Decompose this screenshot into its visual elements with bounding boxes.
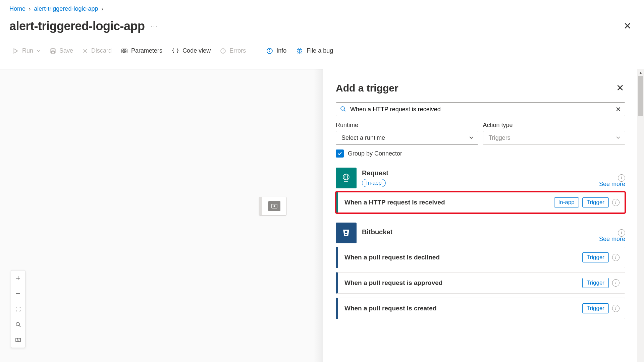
svg-line-20 — [297, 53, 298, 53]
search-icon — [340, 106, 346, 112]
run-button[interactable]: Run — [8, 45, 45, 57]
runtime-select[interactable]: Select a runtime — [336, 131, 478, 145]
trigger-item-http-request[interactable]: When a HTTP request is received In-app T… — [336, 192, 625, 213]
errors-button[interactable]: Errors — [215, 45, 251, 57]
info-icon — [266, 48, 273, 54]
chevron-right-icon: › — [29, 6, 31, 12]
minimap-button[interactable] — [11, 332, 25, 348]
connector-group-bitbucket: Bitbucket i See more When a pull request… — [336, 223, 625, 319]
badge-inapp: In-app — [554, 197, 579, 207]
connector-title: Request — [362, 169, 612, 177]
svg-line-18 — [297, 49, 298, 50]
see-more-link[interactable]: See more — [599, 236, 625, 243]
breadcrumb: Home › alert-triggered-logic-app › — [0, 0, 644, 14]
search-input[interactable] — [336, 102, 625, 116]
badge-trigger: Trigger — [582, 278, 609, 288]
canvas-placeholder-card[interactable] — [259, 197, 286, 216]
svg-rect-2 — [52, 49, 54, 50]
at-icon — [121, 48, 128, 54]
checkbox-checked-icon — [336, 149, 344, 158]
svg-line-30 — [17, 338, 17, 342]
svg-point-32 — [341, 107, 344, 110]
svg-point-13 — [269, 49, 270, 50]
search-input-wrapper: ✕ — [336, 102, 625, 116]
braces-icon — [172, 48, 179, 54]
page-title: alert-triggered-logic-app — [9, 19, 145, 33]
group-by-connector-checkbox[interactable]: Group by Connector — [336, 149, 625, 158]
actiontype-select[interactable]: Triggers — [483, 131, 626, 145]
code-view-button[interactable]: Code view — [167, 45, 215, 57]
error-icon — [220, 48, 226, 54]
svg-point-27 — [16, 322, 19, 326]
badge-trigger: Trigger — [582, 303, 609, 313]
svg-marker-0 — [14, 49, 17, 53]
scroll-up-arrow[interactable]: ▲ — [637, 69, 644, 76]
breadcrumb-home[interactable]: Home — [9, 5, 25, 12]
file-bug-button[interactable]: File a bug — [291, 45, 338, 57]
badge-trigger: Trigger — [582, 197, 609, 207]
actiontype-label: Action type — [483, 122, 626, 129]
info-icon[interactable]: i — [612, 199, 620, 206]
svg-rect-3 — [52, 51, 55, 53]
parameters-button[interactable]: Parameters — [116, 45, 167, 57]
trigger-item-pr-declined[interactable]: When a pull request is declined Trigger … — [336, 247, 625, 268]
trigger-item-pr-created[interactable]: When a pull request is created Trigger i — [336, 298, 625, 319]
discard-button[interactable]: Discard — [78, 45, 116, 57]
runtime-label: Runtime — [336, 122, 478, 129]
breadcrumb-item[interactable]: alert-triggered-logic-app — [34, 5, 98, 12]
info-icon[interactable]: i — [612, 254, 620, 261]
svg-line-19 — [301, 49, 302, 50]
zoom-in-button[interactable] — [11, 270, 25, 286]
page-title-row: alert-triggered-logic-app ··· ✕ — [0, 14, 644, 42]
scrollbar-thumb[interactable] — [638, 76, 643, 116]
info-icon[interactable]: i — [612, 305, 620, 312]
download-icon — [268, 201, 280, 211]
panel-title: Add a trigger — [336, 82, 398, 94]
svg-rect-29 — [16, 338, 20, 342]
svg-line-28 — [19, 325, 20, 327]
chevron-down-icon — [37, 49, 41, 53]
connector-badge: In-app — [362, 179, 386, 187]
close-icon — [83, 48, 88, 54]
save-button[interactable]: Save — [45, 45, 78, 57]
bitbucket-connector-icon — [336, 223, 357, 243]
connector-group-request: Request In-app i See more When a HTTP re… — [336, 168, 625, 213]
svg-line-33 — [344, 110, 345, 111]
trigger-item-pr-approved[interactable]: When a pull request is approved Trigger … — [336, 272, 625, 294]
panel-close-button[interactable]: ✕ — [615, 81, 625, 95]
connector-title: Bitbucket — [362, 228, 612, 236]
svg-line-31 — [19, 338, 19, 342]
close-button[interactable]: ✕ — [620, 18, 635, 34]
add-trigger-panel: Add a trigger ✕ ✕ Runtime Select a runti… — [323, 69, 638, 362]
vertical-scrollbar[interactable]: ▲ — [637, 69, 644, 362]
play-icon — [13, 48, 19, 54]
toolbar: Run Save Discard Parameters Code view Er… — [0, 42, 644, 60]
zoom-controls — [11, 270, 25, 348]
see-more-link[interactable]: See more — [599, 181, 625, 188]
badge-trigger: Trigger — [582, 252, 609, 262]
request-connector-icon — [336, 168, 357, 188]
info-icon[interactable]: i — [612, 279, 620, 287]
zoom-out-button[interactable] — [11, 286, 25, 301]
fullscreen-button[interactable] — [11, 301, 25, 317]
svg-line-21 — [301, 53, 302, 53]
svg-rect-39 — [345, 234, 347, 235]
clear-search-button[interactable]: ✕ — [615, 105, 621, 113]
svg-point-10 — [223, 52, 223, 52]
search-canvas-button[interactable] — [11, 317, 25, 332]
info-button[interactable]: Info — [262, 45, 291, 57]
save-icon — [50, 48, 56, 54]
more-menu-button[interactable]: ··· — [151, 22, 158, 29]
chevron-right-icon: › — [101, 6, 103, 12]
bug-icon — [296, 48, 303, 54]
toolbar-divider — [256, 46, 256, 56]
svg-point-38 — [345, 231, 347, 233]
